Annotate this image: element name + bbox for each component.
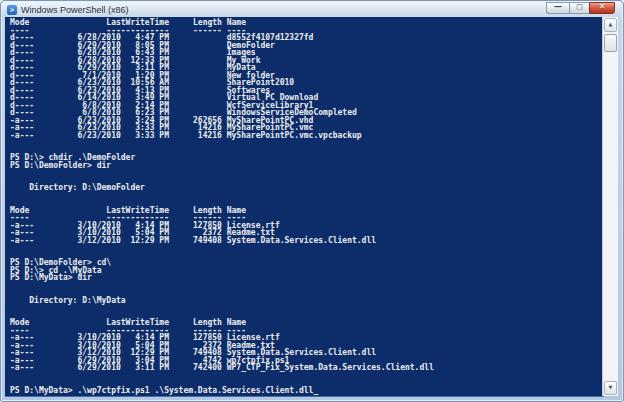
maximize-icon: □ <box>576 3 583 11</box>
minimize-icon: — <box>554 3 562 11</box>
scrollbar-thumb[interactable] <box>604 34 617 52</box>
powershell-icon: > <box>7 5 17 15</box>
screenshot: > Windows PowerShell (x86) — □ ✕ Mode La… <box>0 0 624 402</box>
title-bar[interactable]: > Windows PowerShell (x86) <box>2 2 622 17</box>
close-icon: ✕ <box>599 3 606 11</box>
arrow-up-icon: ▲ <box>605 19 616 30</box>
scroll-up-button[interactable]: ▲ <box>604 18 617 32</box>
scroll-down-button[interactable]: ▼ <box>604 381 617 395</box>
vertical-scrollbar[interactable]: ▲ ▼ <box>602 17 618 396</box>
powershell-window: > Windows PowerShell (x86) — □ ✕ Mode La… <box>0 0 624 402</box>
caption-buttons: — □ ✕ <box>546 2 615 14</box>
arrow-down-icon: ▼ <box>605 382 616 393</box>
minimize-button[interactable]: — <box>546 2 569 14</box>
close-button[interactable]: ✕ <box>589 2 615 14</box>
maximize-button[interactable]: □ <box>569 2 589 14</box>
console-viewport[interactable]: Mode LastWriteTime Length Name ---- ----… <box>5 17 604 397</box>
console-output[interactable]: Mode LastWriteTime Length Name ---- ----… <box>5 17 604 394</box>
window-title: Windows PowerShell (x86) <box>21 5 129 15</box>
